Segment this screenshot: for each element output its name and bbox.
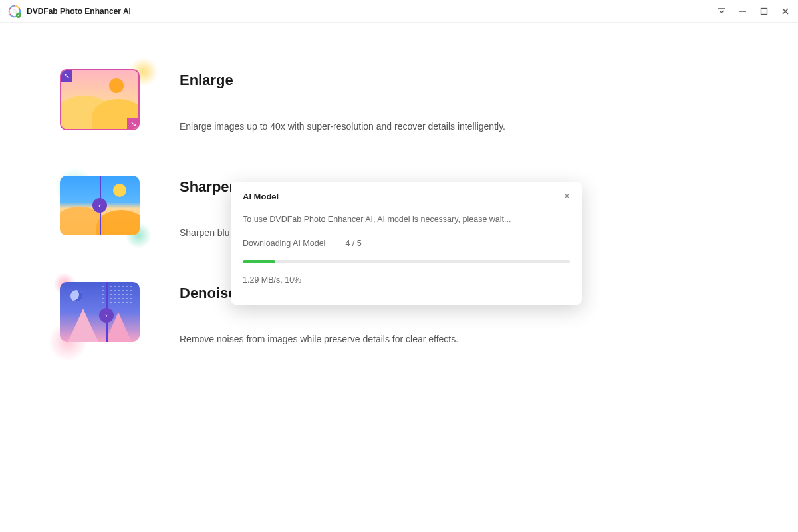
modal-close-icon[interactable]: × bbox=[564, 191, 570, 201]
app-logo-icon bbox=[8, 5, 21, 18]
feature-text: Sharpen Sharpen blu bbox=[180, 176, 238, 238]
minimize-icon[interactable] bbox=[738, 7, 747, 16]
progress-count: 4 / 5 bbox=[345, 239, 361, 248]
feature-desc: Sharpen blu bbox=[180, 227, 238, 238]
enlarge-icon: ↖ ↘ bbox=[60, 69, 146, 136]
ai-model-modal: AI Model × To use DVDFab Photo Enhancer … bbox=[231, 182, 582, 305]
titlebar-left: DVDFab Photo Enhancer AI bbox=[8, 5, 131, 18]
feature-text: Enlarge Enlarge images up to 40x with su… bbox=[180, 69, 505, 132]
svg-rect-5 bbox=[761, 8, 767, 14]
window-controls bbox=[717, 7, 790, 16]
feature-desc: Enlarge images up to 40x with super-reso… bbox=[180, 121, 505, 132]
sharpen-icon: ‹ bbox=[60, 176, 146, 242]
progress-fill bbox=[243, 260, 275, 263]
feature-desc: Remove noises from images while preserve… bbox=[180, 334, 458, 344]
modal-header: AI Model × bbox=[231, 182, 582, 208]
modal-body: To use DVDFab Photo Enhancer AI, AI mode… bbox=[231, 208, 582, 305]
titlebar: DVDFab Photo Enhancer AI bbox=[0, 0, 798, 23]
progress-bar bbox=[243, 260, 570, 263]
denoise-icon: › bbox=[60, 282, 146, 348]
menu-dropdown-icon[interactable] bbox=[717, 7, 726, 16]
download-stats: 1.29 MB/s, 10% bbox=[243, 275, 570, 285]
feature-title: Sharpen bbox=[180, 178, 238, 196]
modal-progress-row: Downloading AI Model 4 / 5 bbox=[243, 239, 570, 248]
maximize-icon[interactable] bbox=[759, 7, 769, 16]
close-icon[interactable] bbox=[781, 7, 790, 16]
modal-title: AI Model bbox=[243, 192, 279, 201]
svg-point-3 bbox=[13, 9, 17, 13]
modal-message: To use DVDFab Photo Enhancer AI, AI mode… bbox=[243, 215, 570, 224]
downloading-label: Downloading AI Model bbox=[243, 239, 325, 248]
app-title: DVDFab Photo Enhancer AI bbox=[27, 7, 131, 16]
feature-enlarge[interactable]: ↖ ↘ Enlarge Enlarge images up to 40x wit… bbox=[60, 69, 738, 136]
feature-title: Enlarge bbox=[180, 72, 505, 89]
